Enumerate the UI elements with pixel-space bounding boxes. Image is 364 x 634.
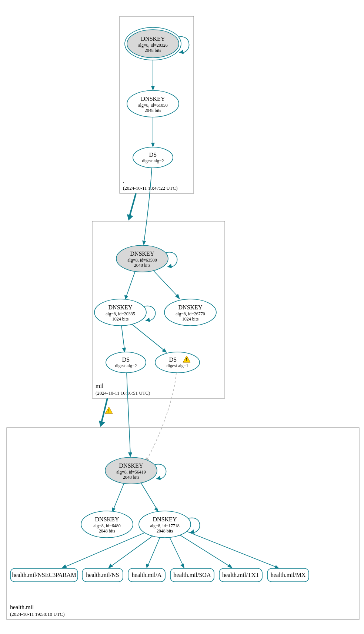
zone-health-name: health.mil [10, 604, 34, 610]
svg-marker-67 [180, 564, 184, 568]
edge-mil-ds2-to-health-ksk [147, 373, 176, 459]
svg-marker-43 [99, 421, 105, 427]
svg-text:2048 bits: 2048 bits [123, 475, 140, 480]
svg-text:DNSKEY: DNSKEY [95, 516, 119, 522]
svg-text:health.mil/NS: health.mil/NS [86, 572, 119, 578]
edge-zsk2-r3 [148, 537, 160, 565]
svg-text:DNSKEY: DNSKEY [119, 462, 143, 469]
svg-text:1024 bits: 1024 bits [182, 316, 199, 322]
svg-text:DNSKEY: DNSKEY [141, 96, 165, 102]
svg-point-38 [155, 352, 200, 373]
node-health-zsk2: DNSKEY alg=8, id=17718 2048 bits [139, 511, 191, 538]
svg-text:health.mil/NSEC3PARAM: health.mil/NSEC3PARAM [12, 572, 76, 578]
svg-marker-68 [227, 564, 233, 568]
svg-text:alg=8, id=61050: alg=8, id=61050 [138, 103, 168, 108]
svg-text:DS: DS [149, 152, 157, 158]
warning-icon: ! [105, 407, 113, 414]
svg-text:health.mil/TXT: health.mil/TXT [222, 572, 259, 578]
svg-marker-52 [156, 476, 161, 480]
svg-text:alg=8, id=26770: alg=8, id=26770 [176, 311, 205, 316]
svg-marker-6 [151, 86, 155, 91]
edge-mil-ds1-to-health-ksk [127, 373, 130, 454]
svg-text:2048 bits: 2048 bits [145, 108, 161, 113]
svg-text:2048 bits: 2048 bits [157, 528, 173, 534]
svg-text:DNSKEY: DNSKEY [130, 250, 154, 257]
zone-mil-timestamp: (2024-10-11 16:16:51 UTC) [96, 390, 150, 396]
edge-zsk2-r6 [187, 531, 276, 567]
svg-marker-64 [61, 564, 67, 568]
svg-marker-5 [179, 50, 184, 54]
record-soa: health.mil/SOA [170, 568, 214, 582]
edge-health-ksk-zsk1 [114, 483, 124, 509]
node-root-zsk: DNSKEY alg=8, id=61050 2048 bits [127, 90, 179, 117]
edge-mil-ksk-zsk2 [153, 270, 178, 296]
node-root-ds: DS digest alg=2 [133, 147, 173, 168]
zone-mil-name: mil [96, 383, 104, 389]
edge-zone-mil-to-health [101, 398, 107, 422]
svg-marker-11 [151, 143, 155, 147]
svg-text:digest alg=1: digest alg=1 [166, 363, 188, 368]
svg-text:health.mil/A: health.mil/A [132, 572, 162, 578]
svg-marker-28 [146, 318, 150, 322]
svg-marker-65 [108, 564, 113, 568]
node-health-zsk1: DNSKEY alg=8, id=6480 2048 bits [81, 511, 133, 538]
record-txt: health.mil/TXT [219, 568, 262, 582]
svg-text:1024 bits: 1024 bits [112, 316, 129, 322]
node-mil-ksk: DNSKEY alg=8, id=63500 2048 bits [116, 245, 168, 272]
edge-mil-zsk1-ds1 [121, 326, 124, 349]
svg-marker-16 [142, 240, 146, 245]
edge-root-ds-to-mil-ksk [144, 168, 152, 242]
zone-root-name: . [123, 178, 124, 184]
svg-text:2048 bits: 2048 bits [99, 528, 116, 534]
svg-text:alg=8, id=56419: alg=8, id=56419 [116, 469, 146, 475]
node-root-ksk: DNSKEY alg=8, id=20326 2048 bits [125, 27, 181, 60]
svg-text:digest alg=2: digest alg=2 [115, 363, 137, 368]
svg-text:health.mil/MX: health.mil/MX [271, 572, 306, 578]
edge-health-ksk-zsk2 [141, 482, 157, 509]
svg-text:DNSKEY: DNSKEY [178, 304, 203, 311]
edge-zsk2-r2 [111, 536, 153, 566]
svg-text:digest alg=2: digest alg=2 [142, 158, 164, 163]
zone-health-timestamp: (2024-10-11 19:50:10 UTC) [10, 611, 65, 617]
svg-marker-21 [167, 264, 172, 268]
dnssec-graph: . (2024-10-11 13:47:22 UTC) DNSKEY alg=8… [0, 0, 364, 634]
svg-text:DS: DS [122, 356, 130, 363]
edge-mil-ksk-zsk1 [126, 271, 135, 296]
edge-zsk2-r5 [180, 535, 230, 566]
node-health-ksk: DNSKEY alg=8, id=56419 2048 bits [105, 457, 157, 484]
svg-text:2048 bits: 2048 bits [145, 48, 161, 53]
node-mil-ds2: DS digest alg=1 ! [155, 352, 200, 373]
svg-marker-15 [127, 214, 133, 220]
svg-text:!: ! [108, 408, 110, 414]
svg-text:DNSKEY: DNSKEY [153, 516, 177, 522]
node-mil-zsk1: DNSKEY alg=8, id=20335 1024 bits [94, 299, 146, 326]
svg-marker-46 [128, 452, 132, 457]
svg-text:DNSKEY: DNSKEY [108, 304, 133, 311]
record-a: health.mil/A [128, 568, 165, 582]
svg-text:alg=8, id=6480: alg=8, id=6480 [93, 523, 121, 528]
edge-root-ksk-self [178, 37, 189, 53]
svg-text:alg=8, id=20326: alg=8, id=20326 [138, 43, 168, 48]
svg-text:DNSKEY: DNSKEY [141, 36, 165, 42]
record-ns: health.mil/NS [82, 568, 123, 582]
svg-marker-54 [154, 507, 158, 512]
svg-text:alg=8, id=63500: alg=8, id=63500 [127, 258, 157, 263]
node-mil-ds1: DS digest alg=2 [106, 352, 146, 373]
record-nsec3param: health.mil/NSEC3PARAM [10, 568, 78, 582]
svg-text:health.mil/SOA: health.mil/SOA [174, 572, 211, 578]
record-mx: health.mil/MX [267, 568, 309, 582]
edge-mil-zsk1-ds2 [132, 324, 164, 351]
edge-zone-root-to-mil [130, 193, 136, 216]
svg-text:alg=8, id=20335: alg=8, id=20335 [106, 311, 135, 316]
svg-text:!: ! [186, 357, 187, 362]
edge-zsk2-r4 [170, 537, 183, 565]
node-mil-zsk2: DNSKEY alg=8, id=26770 1024 bits [164, 299, 216, 326]
svg-text:alg=8, id=17718: alg=8, id=17718 [150, 523, 180, 528]
svg-text:2048 bits: 2048 bits [134, 263, 151, 268]
edge-zsk2-r1 [65, 533, 144, 567]
svg-text:DS: DS [169, 356, 177, 363]
